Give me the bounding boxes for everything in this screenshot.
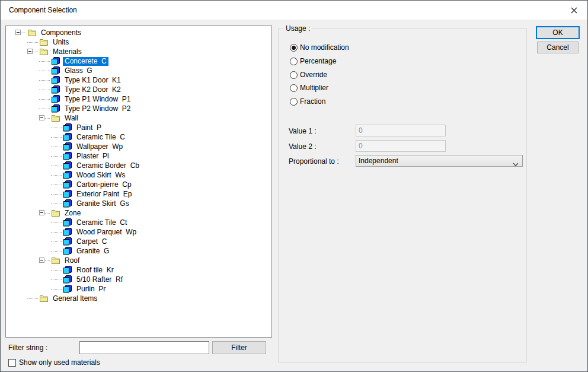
tree-item-label[interactable]: General Items [51,294,99,303]
radio-button-icon[interactable] [290,58,298,65]
tree-item-label[interactable]: Plaster Pl [75,152,111,161]
filter-string-input[interactable] [79,341,209,354]
tree-item-zone[interactable]: Zone [6,208,271,218]
collapse-icon[interactable] [39,210,44,215]
tree-item-label[interactable]: Components [39,28,83,37]
radio-option-override[interactable]: Override [290,71,327,79]
radio-option-label: Multiplier [300,84,328,92]
material-cube-icon [63,142,72,151]
tree-item-label[interactable]: Roof [63,256,81,265]
tree-item-concerete-c[interactable]: Concerete C [6,56,271,66]
tree-item-units[interactable]: Units [6,37,271,47]
radio-option-multiplier[interactable]: Multiplier [290,84,328,92]
tree-item-label[interactable]: Type K1 Door K1 [63,76,123,85]
tree-item-label[interactable]: Materials [51,47,84,56]
tree-item-label[interactable]: Glass G [63,66,94,75]
tree-item-label[interactable]: Type P1 Window P1 [63,95,132,104]
filter-button[interactable]: Filter [212,341,266,354]
close-button[interactable] [560,1,587,20]
tree-item-type-p1-window-p1[interactable]: Type P1 Window P1 [6,94,271,104]
tree-item-plaster-pl[interactable]: Plaster Pl [6,151,271,161]
tree-item-label[interactable]: Purlin Pr [75,285,107,294]
tree-item-wallpaper-wp[interactable]: Wallpaper Wp [6,142,271,151]
tree-item-label[interactable]: Wall [63,114,80,123]
tree-item-label[interactable]: Exterior Paint Ep [75,190,133,199]
tree-item-label[interactable]: Granite G [75,247,111,256]
show-only-used-checkbox[interactable] [8,359,16,367]
folder-icon [39,47,49,56]
tree-item-label[interactable]: Ceramic Tile Ct [75,218,129,227]
filter-string-label: Filter string : [8,344,47,352]
tree-item-label[interactable]: Carpet C [75,237,108,246]
collapse-icon[interactable] [15,30,21,35]
tree-item-label[interactable]: Concerete C [63,57,108,66]
material-cube-icon [63,161,72,170]
tree-item-roof-tile-kr[interactable]: Roof tile Kr [6,265,271,275]
tree-item-label[interactable]: Wood Parquet Wp [75,228,138,237]
tree-item-ceramic-border-cb[interactable]: Ceramic Border Cb [6,161,271,170]
value2-input [356,140,446,152]
tree-item-label[interactable]: Type P2 Window P2 [63,104,132,113]
tree-item-granite-g[interactable]: Granite G [6,246,271,256]
material-cube-icon [63,171,72,179]
collapse-icon[interactable] [39,257,44,263]
tree-item-purlin-pr[interactable]: Purlin Pr [6,284,271,294]
tree-item-roof[interactable]: Roof [6,256,271,265]
tree-item-label[interactable]: 5/10 Rafter Rf [75,275,124,284]
tree-item-label[interactable]: Wallpaper Wp [75,142,124,151]
tree-item-wood-parquet-wp[interactable]: Wood Parquet Wp [6,227,271,237]
radio-button-icon[interactable] [290,44,298,52]
radio-button-icon[interactable] [290,84,298,92]
radio-button-icon[interactable] [290,71,298,79]
tree-item-materials[interactable]: Materials [6,47,271,56]
proportional-to-dropdown[interactable]: Independent [356,155,523,167]
tree-item-label[interactable]: Carton-pierre Cp [75,180,133,189]
tree-item-label[interactable]: Paint P [75,123,103,132]
chevron-down-icon [513,159,519,170]
folder-icon [27,28,37,37]
material-cube-icon [63,237,72,246]
tree-item-label[interactable]: Type K2 Door K2 [63,85,123,94]
tree-item-paint-p[interactable]: Paint P [6,123,271,132]
tree-item-label[interactable]: Roof tile Kr [75,266,116,275]
tree-item-type-p2-window-p2[interactable]: Type P2 Window P2 [6,104,271,113]
tree-item-ceramic-tile-c[interactable]: Ceramic Tile C [6,132,271,142]
radio-button-icon[interactable] [290,98,298,106]
tree-item-wall[interactable]: Wall [6,113,271,123]
tree-item-carton-pierre-cp[interactable]: Carton-pierre Cp [6,180,271,189]
tree-item-carpet-c[interactable]: Carpet C [6,237,271,246]
tree-item-general-items[interactable]: General Items [6,294,271,303]
proportional-to-label: Proportional to : [289,157,339,166]
tree-item-label[interactable]: Zone [63,209,82,218]
tree-item-glass-g[interactable]: Glass G [6,66,271,75]
material-cube-icon [51,104,60,113]
collapse-icon[interactable] [27,49,33,54]
folder-icon [39,294,49,303]
tree-item-type-k2-door-k2[interactable]: Type K2 Door K2 [6,85,271,94]
tree-item-5-10-rafter-rf[interactable]: 5/10 Rafter Rf [6,275,271,284]
component-tree[interactable]: ComponentsUnitsMaterialsConcerete CGlass… [5,26,272,338]
tree-item-label[interactable]: Wood Skirt Ws [75,171,127,180]
cancel-button[interactable]: Cancel [537,42,579,53]
radio-option-fraction[interactable]: Fraction [290,97,325,106]
tree-item-exterior-paint-ep[interactable]: Exterior Paint Ep [6,189,271,199]
material-cube-icon [63,218,72,227]
material-cube-icon [51,57,60,65]
material-cube-icon [51,85,60,94]
material-cube-icon [63,247,72,255]
ok-button[interactable]: OK [536,26,580,39]
radio-option-percentage[interactable]: Percentage [290,57,336,65]
tree-item-ceramic-tile-ct[interactable]: Ceramic Tile Ct [6,218,271,227]
tree-item-wood-skirt-ws[interactable]: Wood Skirt Ws [6,170,271,180]
tree-item-type-k1-door-k1[interactable]: Type K1 Door K1 [6,75,271,85]
tree-item-granite-skirt-gs[interactable]: Granite Skirt Gs [6,199,271,208]
collapse-icon[interactable] [39,115,44,120]
tree-item-label[interactable]: Units [51,38,71,47]
radio-option-no-modification[interactable]: No modification [290,43,349,52]
tree-item-label[interactable]: Ceramic Border Cb [75,161,141,170]
tree-item-components[interactable]: Components [6,28,271,37]
tree-item-label[interactable]: Ceramic Tile C [75,133,127,142]
title-bar: Component Selection [1,1,587,20]
folder-icon [51,209,60,217]
tree-item-label[interactable]: Granite Skirt Gs [75,199,131,208]
